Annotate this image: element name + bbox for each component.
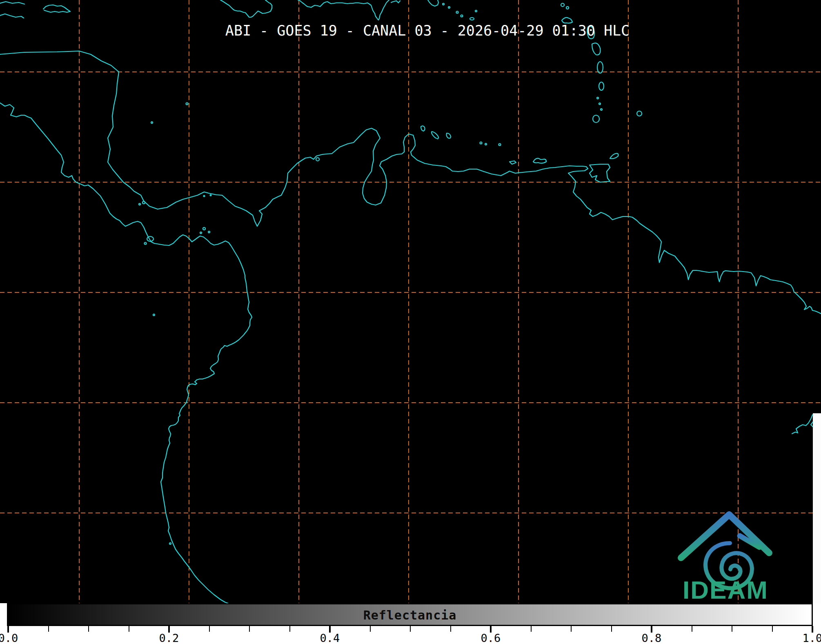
map-title: ABI - GOES 19 - CANAL 03 - 2026-04-29 01… bbox=[225, 22, 630, 39]
island-pacific-islet bbox=[145, 243, 147, 245]
coast-trinidad bbox=[590, 164, 610, 182]
colorbar: Reflectancia bbox=[7, 603, 813, 626]
island-pearl-1 bbox=[203, 227, 205, 230]
coast-left-edge-islet bbox=[0, 14, 24, 18]
island-aruba bbox=[421, 126, 425, 131]
island-los-roques-1 bbox=[480, 142, 482, 144]
mountain-roof-icon bbox=[681, 515, 769, 558]
colorbar-minor-tick bbox=[48, 626, 49, 632]
coast-caribbean-south-america bbox=[0, 51, 821, 314]
island-pearl-2 bbox=[208, 231, 210, 233]
island-st-croix bbox=[456, 11, 458, 13]
colorbar-minor-tick bbox=[370, 626, 371, 632]
colorbar-tick-label: 0.2 bbox=[159, 632, 179, 644]
colorbar-minor-tick bbox=[88, 626, 89, 632]
island-curacao bbox=[432, 131, 438, 139]
ideam-logo: IDEAM bbox=[681, 515, 769, 603]
graticule-gridlines bbox=[0, 0, 821, 603]
island-top-edge bbox=[470, 18, 474, 20]
island-bocas-islet-1 bbox=[142, 201, 145, 204]
island-peru-islet bbox=[169, 543, 171, 544]
colorbar-tick-label: 0.8 bbox=[642, 632, 662, 644]
island-st-vincent bbox=[599, 82, 604, 90]
island-grenadine-3 bbox=[601, 109, 602, 110]
colorbar-minor-tick bbox=[732, 626, 732, 632]
colorbar-tick-label: 0.4 bbox=[320, 632, 340, 644]
island-la-tortuga bbox=[510, 161, 516, 164]
coast-jamaica bbox=[43, 5, 70, 12]
satellite-image-viewer: IDEAM ABI - GOES 19 - CANAL 03 - 2026-04… bbox=[0, 0, 821, 644]
colorbar-minor-tick bbox=[209, 626, 210, 632]
island-bocas-islet-2 bbox=[139, 203, 140, 205]
colorbar-tick-label: 0.6 bbox=[481, 632, 501, 644]
island-grenadine-2 bbox=[599, 103, 601, 105]
island-margarita bbox=[533, 158, 546, 163]
colorbar-minor-tick bbox=[611, 626, 612, 632]
island-st-kitts bbox=[461, 15, 463, 17]
colorbar-label: Reflectancia bbox=[8, 604, 812, 627]
coastlines bbox=[0, 0, 821, 603]
colorbar-minor-tick bbox=[772, 626, 773, 632]
island-st-lucia bbox=[597, 62, 603, 73]
colorbar-tick-label: 0.0 bbox=[0, 632, 18, 644]
island-orchila bbox=[499, 144, 501, 146]
coast-top-left-corner bbox=[0, 2, 24, 4]
island-anguilla bbox=[475, 10, 477, 12]
scene-edge-mask bbox=[813, 413, 821, 603]
colorbar-minor-tick bbox=[692, 626, 692, 632]
island-san-blas-1 bbox=[204, 196, 205, 197]
island-grenadine-1 bbox=[597, 97, 599, 99]
map-canvas: IDEAM ABI - GOES 19 - CANAL 03 - 2026-04… bbox=[0, 0, 821, 603]
island-montserrat bbox=[566, 7, 569, 9]
coast-hispaniola-west bbox=[220, 0, 272, 17]
colorbar-minor-tick bbox=[450, 626, 451, 632]
logo-text: IDEAM bbox=[683, 576, 768, 603]
island-tobago bbox=[610, 154, 618, 159]
coast-hispaniola-east-tip bbox=[391, 1, 400, 3]
island-san-andres bbox=[151, 122, 153, 123]
island-virgin-1 bbox=[443, 3, 444, 5]
map-graphics: IDEAM bbox=[0, 0, 821, 603]
island-san-blas-2 bbox=[210, 195, 211, 196]
island-santa-marta-lagoon bbox=[316, 158, 319, 161]
island-los-roques-2 bbox=[485, 143, 487, 145]
colorbar-minor-tick bbox=[249, 626, 250, 632]
colorbar-minor-tick bbox=[531, 626, 532, 632]
island-antigua bbox=[561, 3, 564, 7]
colorbar-minor-tick bbox=[289, 626, 290, 632]
colorbar-tick-label: 1.0 bbox=[803, 632, 821, 644]
island-grenada bbox=[593, 115, 599, 123]
island-providencia bbox=[186, 103, 188, 105]
coast-pacific bbox=[0, 103, 252, 603]
island-pearl-3 bbox=[200, 232, 202, 234]
colorbar-strip: Reflectancia 0.00.20.40.60.81.0 bbox=[0, 603, 821, 644]
island-barbados bbox=[637, 111, 642, 116]
island-malpelo bbox=[153, 314, 155, 316]
coast-puerto-rico bbox=[428, 0, 438, 6]
island-bonaire bbox=[447, 133, 451, 138]
colorbar-minor-tick bbox=[571, 626, 572, 632]
coast-hispaniola-main bbox=[298, 0, 389, 20]
island-virgin-2 bbox=[448, 7, 450, 8]
colorbar-minor-tick bbox=[129, 626, 129, 632]
island-martinique bbox=[592, 43, 601, 55]
colorbar-minor-tick bbox=[410, 626, 411, 632]
